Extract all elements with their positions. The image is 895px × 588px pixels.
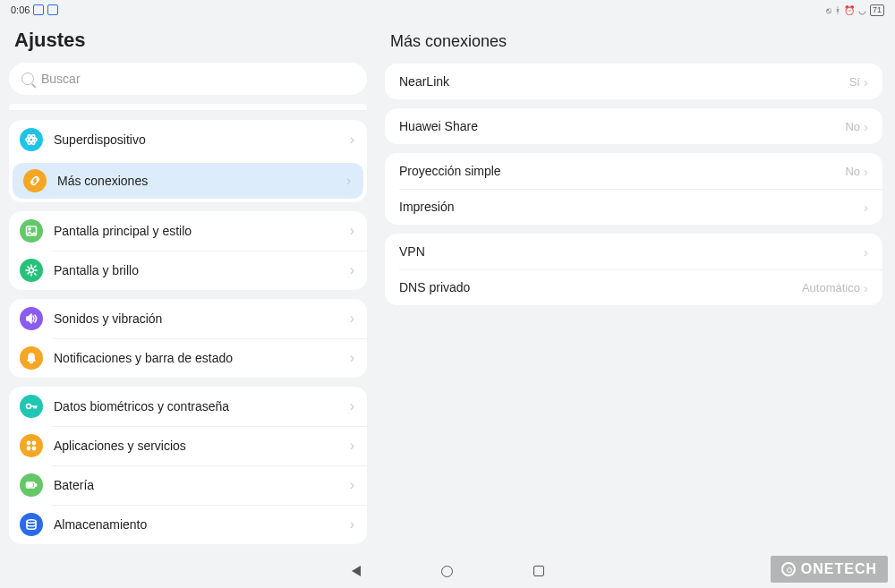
svg-point-6 (30, 268, 34, 273)
svg-point-9 (32, 441, 35, 444)
sidebar-item-mas-conexiones[interactable]: Más conexiones› (13, 163, 363, 199)
chevron-right-icon: › (864, 244, 868, 260)
detail-item-impresion[interactable]: Impresión› (385, 189, 882, 225)
battery-icon: 71 (870, 4, 884, 16)
chevron-right-icon: › (350, 438, 354, 454)
chevron-right-icon: › (350, 477, 354, 493)
key-icon (20, 395, 43, 418)
alarm-icon: ⏰ (844, 5, 855, 15)
detail-item-proyeccion[interactable]: Proyección simpleNo› (385, 153, 882, 189)
nav-back-icon[interactable] (352, 566, 361, 576)
svg-point-8 (27, 441, 30, 444)
sidebar-item-superdispositivo[interactable]: Superdispositivo› (9, 120, 367, 159)
chevron-right-icon: › (864, 280, 868, 295)
multitask-icon (33, 4, 44, 15)
search-input[interactable]: Buscar (9, 63, 367, 95)
watermark: ONETECH (771, 556, 888, 583)
svg-point-10 (27, 447, 30, 449)
svg-rect-13 (35, 484, 37, 486)
search-icon (21, 72, 34, 85)
status-bar: 0:06 ⎋ ᚼ ⏰ ◡ 71 (0, 0, 895, 20)
search-placeholder: Buscar (41, 72, 81, 86)
watermark-logo-icon (781, 562, 796, 576)
status-left: 0:06 (11, 4, 58, 15)
detail-item-huawei-share[interactable]: Huawei ShareNo› (385, 108, 882, 144)
image-icon (20, 219, 43, 243)
detail-item-nearlink[interactable]: NearLinkSí› (385, 64, 882, 99)
storage-icon (20, 513, 43, 536)
page-title: Ajustes (9, 23, 367, 63)
wifi-icon: ◡ (858, 5, 866, 15)
chevron-right-icon: › (864, 74, 868, 89)
chevron-right-icon: › (350, 262, 354, 278)
atom-icon (20, 128, 43, 151)
nav-recent-icon[interactable] (533, 566, 544, 576)
sidebar-item-label: Pantalla y brillo (54, 263, 139, 277)
detail-item-value: Automático (802, 281, 864, 294)
sidebar-item-label: Datos biométricos y contraseña (54, 399, 229, 413)
detail-item-label: Huawei Share (399, 119, 478, 133)
detail-item-label: DNS privado (399, 280, 470, 294)
chevron-right-icon: › (346, 173, 351, 189)
svg-point-15 (27, 520, 36, 524)
detail-item-value: No (845, 120, 864, 133)
sidebar-item-label: Aplicaciones y servicios (54, 439, 186, 453)
sidebar-item-label: Pantalla principal y estilo (54, 224, 192, 238)
speaker-icon (20, 307, 43, 330)
status-time: 0:06 (11, 4, 30, 15)
settings-sidebar: Ajustes Buscar Superdispositivo›Más cone… (9, 23, 367, 554)
chevron-right-icon: › (350, 516, 354, 533)
sidebar-item-label: Batería (54, 478, 94, 492)
detail-item-label: NearLink (399, 74, 449, 89)
bluetooth-icon: ᚼ (835, 5, 840, 15)
battery-icon (20, 473, 43, 497)
watermark-text: ONETECH (801, 561, 877, 577)
multitask-icon (47, 4, 58, 15)
chevron-right-icon: › (350, 223, 354, 239)
sidebar-item-biometria[interactable]: Datos biométricos y contraseña› (9, 387, 367, 426)
detail-item-value: No (845, 165, 864, 178)
sidebar-item-notificaciones[interactable]: Notificaciones y barra de estado› (9, 338, 367, 378)
detail-item-vpn[interactable]: VPN› (385, 234, 882, 269)
sidebar-item-apps[interactable]: Aplicaciones y servicios› (9, 426, 367, 465)
grid-icon (20, 434, 43, 457)
chevron-right-icon: › (864, 164, 868, 179)
chevron-right-icon: › (864, 200, 868, 215)
detail-item-value: Sí (849, 75, 864, 89)
sidebar-item-label: Almacenamiento (54, 517, 147, 532)
svg-rect-14 (28, 484, 32, 487)
sidebar-item-sonidos[interactable]: Sonidos y vibración› (9, 299, 367, 338)
sidebar-item-label: Más conexiones (57, 174, 148, 188)
detail-item-label: Impresión (399, 200, 454, 214)
svg-point-11 (32, 447, 35, 449)
detail-panel: Más conexiones NearLinkSí›Huawei ShareNo… (385, 23, 886, 554)
chevron-right-icon: › (350, 350, 354, 366)
sidebar-item-almacenamiento[interactable]: Almacenamiento› (9, 505, 367, 544)
detail-item-dns[interactable]: DNS privadoAutomático› (385, 269, 882, 305)
sidebar-item-pantalla-estilo[interactable]: Pantalla principal y estilo› (9, 211, 367, 251)
nav-home-icon[interactable] (441, 566, 453, 577)
chevron-right-icon: › (864, 119, 868, 134)
chevron-right-icon: › (350, 311, 354, 327)
sidebar-item-label: Sonidos y vibración (54, 311, 162, 326)
sun-icon (20, 259, 43, 282)
sidebar-item-pantalla-brillo[interactable]: Pantalla y brillo› (9, 251, 367, 290)
chevron-right-icon: › (350, 132, 354, 148)
nfc-icon: ⎋ (826, 5, 831, 15)
detail-item-label: Proyección simple (399, 164, 501, 178)
bell-icon (20, 346, 43, 370)
chevron-right-icon: › (350, 398, 354, 414)
sidebar-item-bateria[interactable]: Batería› (9, 465, 367, 505)
link-icon (23, 169, 47, 192)
sidebar-item-label: Superdispositivo (54, 132, 146, 147)
svg-point-5 (29, 228, 30, 230)
detail-item-label: VPN (399, 244, 425, 259)
sidebar-item-label: Notificaciones y barra de estado (54, 351, 233, 365)
detail-title: Más conexiones (385, 23, 882, 64)
navigation-bar (0, 554, 895, 588)
status-right: ⎋ ᚼ ⏰ ◡ 71 (826, 4, 884, 16)
